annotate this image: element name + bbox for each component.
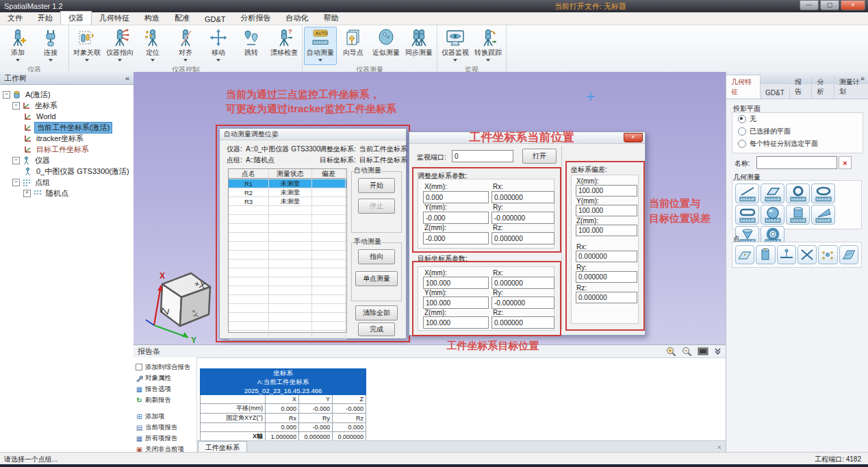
viewport-3d[interactable]: +X Z +Y X Y 自动测量调整位姿 仪器: A::0_中图仪器 GTS33… bbox=[133, 72, 726, 344]
menu-tab-construct[interactable]: 构造 bbox=[137, 12, 167, 25]
transform-track-button[interactable]: 转换跟踪 bbox=[472, 27, 505, 65]
table-row[interactable] bbox=[229, 242, 346, 251]
report-options-button[interactable]: ▦ 报告选项 bbox=[133, 383, 196, 394]
zoom-out-icon[interactable] bbox=[682, 346, 692, 357]
tree-node-target-cs[interactable]: 目标工件坐标系 bbox=[3, 144, 133, 155]
measurement-table[interactable]: 点名 测量状态 偏差 R1 未测量 R2 未测量 R3 未测量 bbox=[228, 168, 347, 333]
collapse-report-icon[interactable] bbox=[714, 347, 722, 355]
radio-projection-per-feature[interactable]: 每个特征分别选定平面 bbox=[732, 138, 863, 150]
target-x-input[interactable]: 100.000 bbox=[423, 277, 489, 289]
menu-tab-align[interactable]: 配准 bbox=[167, 12, 197, 25]
point-cloud-button[interactable] bbox=[818, 245, 837, 264]
table-row[interactable] bbox=[229, 286, 346, 295]
tree-node-point-groups[interactable]: − 点组 bbox=[3, 177, 133, 188]
instrument-point-button[interactable]: 仪器指向 bbox=[103, 27, 136, 65]
tree-node-root[interactable]: − A(激活) bbox=[3, 89, 133, 100]
tree-expander-icon[interactable]: − bbox=[12, 102, 20, 110]
pose-dialog-titlebar[interactable]: 自动测量调整位姿 bbox=[220, 129, 406, 140]
table-row[interactable] bbox=[229, 304, 346, 313]
measure-ellipse-button[interactable] bbox=[811, 184, 835, 203]
open-port-button[interactable]: 打开 bbox=[522, 149, 557, 164]
deviation-rx-input[interactable]: 0.000000 bbox=[576, 251, 637, 262]
tree-expander-icon[interactable]: − bbox=[3, 91, 10, 99]
table-row[interactable] bbox=[229, 224, 346, 233]
table-row[interactable] bbox=[229, 233, 346, 242]
table-row[interactable] bbox=[229, 260, 346, 268]
start-button[interactable]: 开始 bbox=[358, 178, 395, 193]
maximize-button[interactable]: ▢ bbox=[820, 0, 839, 10]
navigation-cube[interactable]: +X Z +Y X Y bbox=[139, 258, 221, 344]
radio-projection-none[interactable]: 无 bbox=[732, 113, 863, 125]
adjust-rx-input[interactable]: 0.000000 bbox=[492, 191, 554, 203]
tree-node-world[interactable]: World bbox=[3, 111, 133, 122]
single-point-measure-button[interactable]: 单点测量 bbox=[355, 271, 398, 286]
tree-node-instrument-gts3300[interactable]: 0_中图仪器 GTS3300(激活) bbox=[3, 166, 133, 177]
guide-point-button[interactable]: 向导点 bbox=[337, 27, 370, 59]
intersection-point-button[interactable] bbox=[797, 245, 817, 264]
target-z-input[interactable]: 100.000 bbox=[423, 316, 489, 329]
measure-plane-button[interactable] bbox=[761, 184, 784, 203]
deviation-rz-input[interactable]: 0.000000 bbox=[576, 292, 637, 303]
tab-analysis[interactable]: 分析 bbox=[812, 75, 834, 99]
current-item-report-button[interactable]: ▤ 当前项报告 bbox=[133, 422, 196, 433]
zoom-in-icon[interactable] bbox=[666, 346, 676, 357]
radio-projection-selected-plane[interactable]: 已选择的平面 bbox=[732, 125, 863, 138]
target-ry-input[interactable]: -0.000000 bbox=[492, 296, 554, 309]
adjust-x-input[interactable]: 0.000 bbox=[423, 191, 489, 203]
target-y-input[interactable]: 100.000 bbox=[423, 296, 489, 309]
done-button[interactable]: 完成 bbox=[358, 323, 395, 336]
measure-circle-button[interactable] bbox=[786, 184, 810, 203]
dialog-close-button[interactable]: × bbox=[624, 133, 643, 142]
auto-measure-button[interactable]: AUTO 自动测量 bbox=[304, 27, 337, 65]
table-row[interactable] bbox=[229, 206, 346, 215]
table-row[interactable]: R3 未测量 bbox=[229, 197, 346, 206]
move-button[interactable]: 移动 bbox=[202, 27, 235, 65]
tree-expander-icon[interactable]: + bbox=[23, 190, 31, 197]
connect-instrument-button[interactable]: 连接 bbox=[34, 27, 67, 65]
name-input[interactable] bbox=[756, 156, 837, 169]
target-rx-input[interactable]: 0.000000 bbox=[492, 277, 554, 289]
all-items-report-button[interactable]: ▦ 所有项报告 bbox=[133, 433, 196, 444]
table-row[interactable] bbox=[229, 322, 346, 331]
locate-button[interactable]: 定位 bbox=[136, 27, 169, 65]
tab-measure-plan[interactable]: 测量计划 bbox=[834, 75, 868, 99]
measure-slot-button[interactable] bbox=[735, 205, 759, 225]
table-row[interactable] bbox=[229, 277, 346, 286]
clear-all-button[interactable]: 清除全部 bbox=[355, 305, 398, 320]
add-item-button[interactable]: ⊞ 添加项 bbox=[133, 411, 196, 422]
add-instrument-button[interactable]: 添加 bbox=[1, 27, 34, 65]
monitor-port-input[interactable]: 0 bbox=[452, 150, 513, 162]
measure-cylinder-button[interactable] bbox=[786, 205, 810, 225]
point-on-line-button[interactable] bbox=[777, 245, 796, 264]
tree-expander-icon[interactable]: − bbox=[12, 179, 20, 186]
adjust-ry-input[interactable]: -0.000000 bbox=[492, 212, 554, 224]
measure-line-button[interactable] bbox=[735, 184, 759, 203]
approx-measure-button[interactable]: 近似测量 bbox=[370, 27, 403, 59]
tab-geometry-feature[interactable]: 几何特征 bbox=[726, 75, 761, 99]
point-on-plane-button[interactable] bbox=[735, 245, 754, 264]
close-tab-icon[interactable]: × bbox=[717, 443, 722, 451]
menu-tab-file[interactable]: 文件 bbox=[0, 12, 30, 25]
tree-node-coordsys[interactable]: − 坐标系 bbox=[3, 100, 133, 111]
measure-sphere-button[interactable] bbox=[761, 205, 784, 225]
monitor-dialog-titlebar[interactable] bbox=[409, 132, 645, 144]
table-row[interactable] bbox=[229, 215, 346, 224]
tree-node-instruments[interactable]: − 仪器 bbox=[3, 155, 133, 166]
drift-check-button[interactable]: ? 漂移检查 bbox=[268, 27, 301, 59]
table-row[interactable] bbox=[229, 268, 346, 277]
menu-tab-geometry[interactable]: 几何特征 bbox=[92, 12, 137, 25]
fit-view-icon[interactable] bbox=[698, 347, 709, 355]
tree-expander-icon[interactable]: − bbox=[12, 157, 20, 164]
clear-name-button[interactable]: × bbox=[839, 156, 852, 169]
tab-gdt[interactable]: GD&T bbox=[761, 87, 790, 99]
instrument-monitor-button[interactable]: 仪器监视 bbox=[439, 27, 472, 65]
jump-button[interactable]: 跳转 bbox=[235, 27, 268, 59]
table-row[interactable]: R2 未测量 bbox=[229, 188, 346, 197]
point-on-cylinder-button[interactable] bbox=[756, 245, 775, 264]
deviation-z-input[interactable]: 100.000 bbox=[576, 225, 637, 236]
menu-tab-start[interactable]: 开始 bbox=[30, 12, 60, 25]
points-on-surface-button[interactable] bbox=[839, 245, 858, 264]
deviation-x-input[interactable]: 100.000 bbox=[576, 185, 637, 197]
adjust-rz-input[interactable]: 0.000000 bbox=[492, 232, 554, 244]
measure-cone-tilted-button[interactable] bbox=[811, 205, 835, 225]
